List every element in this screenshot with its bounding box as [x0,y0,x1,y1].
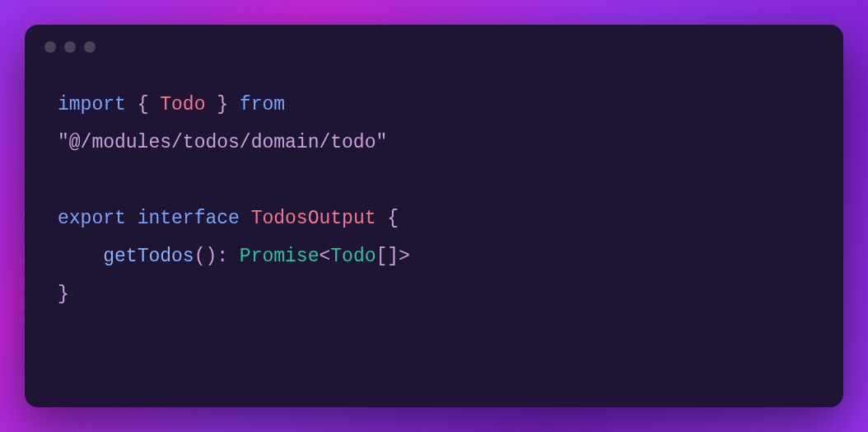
code-window: import { Todo } from "@/modules/todos/do… [25,25,843,407]
method-name: getTodos [103,246,194,267]
code-line-blank [58,162,810,200]
code-area: import { Todo } from "@/modules/todos/do… [25,69,843,330]
code-line: "@/modules/todos/domain/todo" [58,124,810,162]
type-name: Todo [330,246,376,267]
close-icon[interactable] [44,41,56,53]
type-name: Todo [160,94,205,115]
type-promise: Promise [240,246,320,267]
keyword-interface: interface [126,208,251,229]
type-name: TodosOutput [251,208,376,229]
keyword-from: from [240,94,285,115]
brace: } [205,94,239,115]
brackets: []> [376,246,410,267]
code-line: import { Todo } from [58,86,810,124]
code-line: } [58,275,810,313]
indent [58,246,103,267]
string-literal: "@/modules/todos/domain/todo" [58,132,387,153]
brace: { [376,208,399,229]
maximize-icon[interactable] [84,41,96,53]
brace: } [58,284,69,305]
angle-bracket: < [319,246,330,267]
title-bar [25,25,843,69]
code-line: export interface TodosOutput { [58,200,810,237]
parens: (): [194,246,240,267]
keyword-import: import [58,94,126,115]
brace: { [126,94,160,115]
code-line: getTodos(): Promise<Todo[]> [58,237,810,275]
minimize-icon[interactable] [64,41,76,53]
keyword-export: export [58,208,126,229]
